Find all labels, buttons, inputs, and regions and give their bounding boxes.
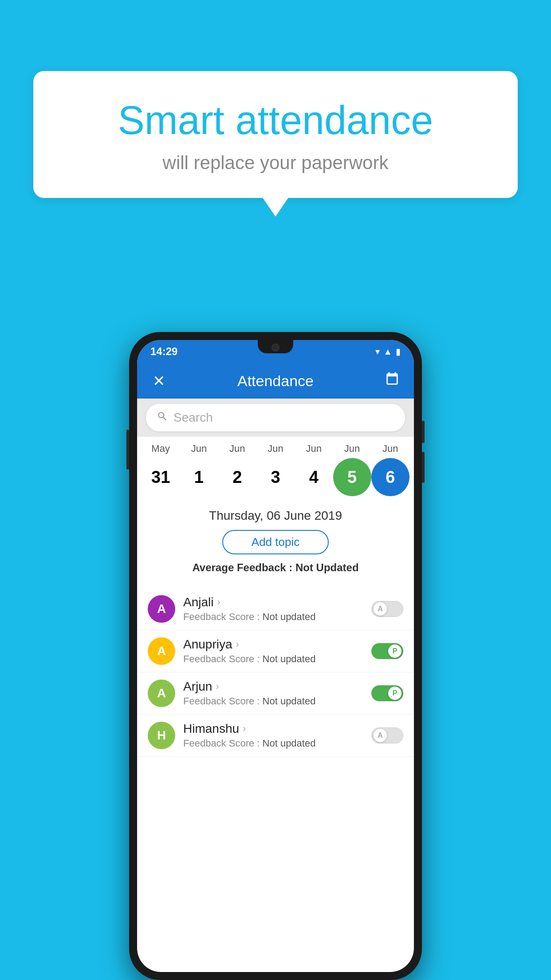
month-5: Jun [333, 443, 371, 454]
avg-feedback-value: Not Updated [295, 561, 359, 573]
calendar-days: 31 1 2 3 4 5 6 [142, 458, 409, 496]
status-time: 14:29 [150, 345, 177, 358]
student-avatar: A [148, 595, 175, 623]
phone-notch [258, 340, 293, 353]
add-topic-button[interactable]: Add topic [222, 530, 329, 554]
calendar-strip: May Jun Jun Jun Jun Jun Jun 31 1 2 3 4 5… [137, 437, 414, 500]
avg-feedback-label: Average Feedback : [192, 561, 292, 573]
chevron-icon: › [243, 723, 246, 735]
calendar-day-3[interactable]: 3 [256, 458, 295, 496]
calendar-icon[interactable] [381, 371, 403, 390]
student-feedback: Feedback Score : Not updated [183, 695, 363, 707]
signal-icon: ▲ [383, 347, 392, 357]
speech-bubble: Smart attendance will replace your paper… [33, 71, 518, 198]
chevron-icon: › [236, 639, 239, 650]
month-3: Jun [256, 443, 295, 454]
search-icon [157, 411, 168, 425]
search-bar[interactable]: Search [146, 404, 405, 431]
wifi-icon: ▾ [375, 346, 380, 357]
phone-outer: 14:29 ▾ ▲ ▮ ✕ Attendance [129, 332, 422, 980]
student-avatar: H [148, 722, 175, 749]
feedback-value: Not updated [263, 695, 316, 707]
student-item: A Anupriya › Feedback Score : Not update… [137, 630, 414, 672]
student-avatar: A [148, 637, 175, 665]
calendar-day-31[interactable]: 31 [142, 458, 180, 496]
calendar-day-1[interactable]: 1 [180, 458, 218, 496]
month-0: May [142, 443, 180, 454]
student-item: A Anjali › Feedback Score : Not updated … [137, 588, 414, 630]
student-feedback: Feedback Score : Not updated [183, 653, 363, 665]
status-icons: ▾ ▲ ▮ [375, 346, 401, 357]
month-1: Jun [180, 443, 218, 454]
search-placeholder: Search [173, 411, 213, 425]
calendar-day-2[interactable]: 2 [218, 458, 256, 496]
app-bar: ✕ Attendance [137, 363, 414, 399]
calendar-day-5[interactable]: 5 [333, 458, 371, 496]
close-button[interactable]: ✕ [148, 372, 170, 390]
calendar-months: May Jun Jun Jun Jun Jun Jun [142, 443, 409, 454]
calendar-day-4[interactable]: 4 [295, 458, 333, 496]
month-4: Jun [295, 443, 333, 454]
front-camera [272, 344, 279, 352]
toggle-knob: A [374, 729, 387, 742]
toggle-knob: A [374, 602, 387, 616]
selected-date: Thursday, 06 June 2019 [148, 509, 403, 523]
attendance-toggle[interactable]: A [371, 727, 403, 743]
phone-frame: 14:29 ▾ ▲ ▮ ✕ Attendance [129, 332, 422, 980]
volume-down-button [422, 452, 425, 483]
battery-icon: ▮ [396, 346, 401, 357]
app-bar-title: Attendance [170, 372, 381, 390]
student-name[interactable]: Anjali › [183, 595, 363, 609]
student-feedback: Feedback Score : Not updated [183, 738, 363, 749]
student-list: A Anjali › Feedback Score : Not updated … [137, 588, 414, 757]
content-area: Thursday, 06 June 2019 Add topic Average… [137, 500, 414, 588]
feedback-value: Not updated [263, 738, 316, 749]
volume-up-button [422, 421, 425, 443]
feedback-value: Not updated [263, 653, 316, 664]
toggle-knob: P [388, 644, 401, 658]
phone-screen: 14:29 ▾ ▲ ▮ ✕ Attendance [137, 340, 414, 972]
attendance-toggle[interactable]: A [371, 601, 403, 617]
student-name[interactable]: Anupriya › [183, 637, 363, 652]
chevron-icon: › [216, 681, 219, 692]
chevron-icon: › [217, 597, 220, 608]
speech-bubble-container: Smart attendance will replace your paper… [33, 71, 518, 198]
student-item: A Arjun › Feedback Score : Not updated P [137, 672, 414, 715]
student-avatar: A [148, 680, 175, 707]
attendance-toggle[interactable]: P [371, 643, 403, 659]
search-bar-container: Search [137, 399, 414, 437]
attendance-toggle[interactable]: P [371, 685, 403, 701]
student-info: Anupriya › Feedback Score : Not updated [183, 637, 363, 665]
calendar-day-6[interactable]: 6 [371, 458, 409, 496]
speech-bubble-subtitle: will replace your paperwork [69, 152, 482, 174]
power-button [126, 430, 129, 470]
student-item: H Himanshu › Feedback Score : Not update… [137, 715, 414, 757]
avg-feedback: Average Feedback : Not Updated [148, 561, 403, 574]
student-name[interactable]: Himanshu › [183, 722, 363, 736]
speech-bubble-title: Smart attendance [69, 98, 482, 143]
student-info: Himanshu › Feedback Score : Not updated [183, 722, 363, 749]
toggle-knob: P [388, 687, 401, 700]
student-info: Arjun › Feedback Score : Not updated [183, 680, 363, 707]
month-2: Jun [218, 443, 256, 454]
month-6: Jun [371, 443, 409, 454]
student-feedback: Feedback Score : Not updated [183, 611, 363, 623]
student-name[interactable]: Arjun › [183, 680, 363, 694]
feedback-value: Not updated [263, 611, 316, 622]
student-info: Anjali › Feedback Score : Not updated [183, 595, 363, 623]
